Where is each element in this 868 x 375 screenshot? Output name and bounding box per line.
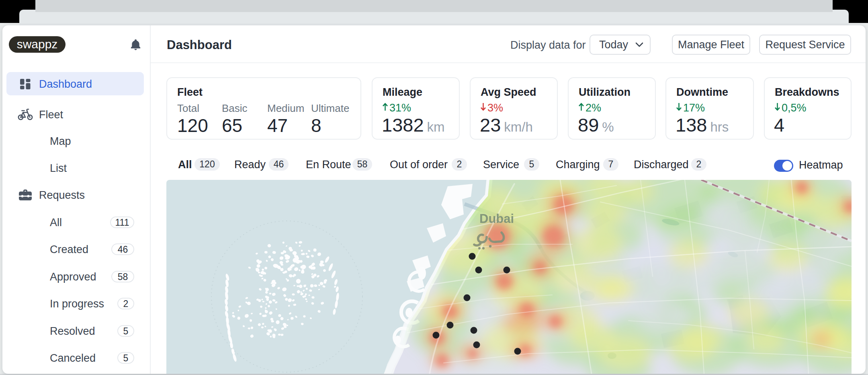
svg-text:Dubai: Dubai bbox=[479, 212, 514, 226]
